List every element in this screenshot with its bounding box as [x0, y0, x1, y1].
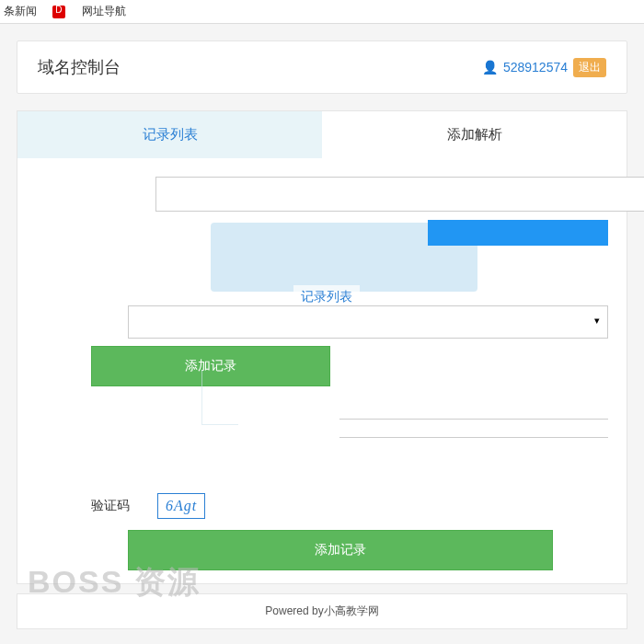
browser-bookmark-bar: 条新闻 网址导航: [0, 0, 644, 24]
header-panel: 域名控制台 👤 528912574 退出: [17, 40, 627, 94]
ghost-line: [201, 370, 238, 425]
form-area: 记录列表 添加记录 验证码 6Agt 添加记录: [17, 158, 627, 583]
footer-text: Powered by小高教学网: [265, 604, 378, 617]
highlighted-option[interactable]: [428, 220, 608, 246]
news-bookmark[interactable]: 条新闻: [4, 5, 37, 17]
tab-add-resolve[interactable]: 添加解析: [322, 111, 627, 158]
tab-bar: 记录列表 添加解析: [17, 111, 627, 158]
logout-button[interactable]: 退出: [573, 58, 606, 77]
main-panel: 记录列表 添加解析 记录列表 添加记录 验证码 6Agt 添加记录: [17, 110, 627, 584]
user-icon: 👤: [482, 60, 498, 75]
watermark: BOSS 资源: [28, 561, 201, 604]
select-field-1[interactable]: [155, 177, 644, 212]
nav-bookmark[interactable]: 网址导航: [82, 5, 126, 17]
select-field-2[interactable]: [128, 305, 608, 339]
user-area: 👤 528912574 退出: [482, 58, 606, 77]
nav-bookmark-icon: [52, 6, 65, 18]
page-title: 域名控制台: [38, 56, 121, 78]
tab-record-list[interactable]: 记录列表: [17, 111, 322, 158]
input-fragment: [339, 392, 608, 438]
captcha-label: 验证码: [91, 498, 130, 514]
user-id-link[interactable]: 528912574: [503, 60, 568, 75]
captcha-image[interactable]: 6Agt: [157, 493, 205, 519]
